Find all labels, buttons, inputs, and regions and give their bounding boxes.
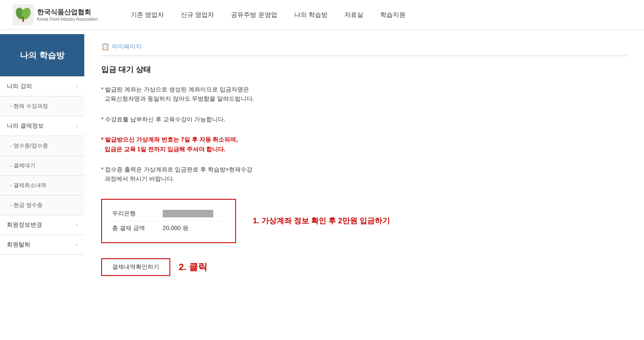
info-line-1: * 발급된 계좌는 가상으로 생성된 계좌이므로 입금자명은 교육신청자명과 동…	[101, 85, 627, 104]
chevron-icon-4: ›	[76, 242, 78, 248]
sidebar-menu: 나의 강의 › - 현재 수강과정 나의 결제정보 › - 영수증/접수증 - …	[0, 76, 84, 255]
svg-rect-3	[22, 17, 24, 22]
bank-account-number	[163, 210, 213, 217]
sidebar-item-receipt[interactable]: - 영수증/접수증	[0, 136, 84, 156]
sidebar-item-cash-receipt[interactable]: - 현금 영수증	[0, 195, 84, 215]
nav-item-my-study[interactable]: 나의 학습방	[294, 11, 327, 19]
info-line-4: * 접수증 출력은 가상계좌로 입금완료 후 학습방>현재수강 과정에서 하시기…	[101, 165, 627, 184]
main-nav: 기존 영업자 신규 영업자 공유주방 운영업 나의 학습방 자료실 학습지원	[131, 11, 405, 19]
logo-english: Korea Food Industry Association	[37, 17, 98, 21]
bank-box: 우리은행 총 결제 금액 20,000 원	[101, 199, 236, 243]
info-section: * 발급된 계좌는 가상으로 생성된 계좌이므로 입금자명은 교육신청자명과 동…	[101, 85, 627, 184]
sidebar-item-payment-info[interactable]: 나의 결제정보 ›	[0, 116, 84, 136]
total-value: 20,000 원	[163, 225, 188, 232]
bank-name-row: 우리은행	[112, 206, 225, 221]
sidebar-item-withdraw[interactable]: 회원탈퇴 ›	[0, 235, 84, 255]
breadcrumb: 📋 마이페이지	[101, 43, 627, 56]
breadcrumb-text: 마이페이지	[112, 43, 142, 51]
sidebar-item-payment-pending[interactable]: - 결제대기	[0, 156, 84, 176]
chevron-icon: ›	[76, 83, 78, 89]
sidebar-title: 나의 학습방	[0, 34, 84, 76]
chevron-icon-3: ›	[76, 222, 78, 228]
nav-item-new[interactable]: 신규 영업자	[181, 11, 214, 19]
sidebar-item-current-course[interactable]: - 현재 수강과정	[0, 96, 84, 116]
bank-info-row: 우리은행 총 결제 금액 20,000 원 1. 가상계좌 정보 확인 후 2만…	[101, 192, 627, 250]
info-line-2: * 수강료를 납부하신 후 교육수강이 가능합니다.	[101, 115, 627, 124]
nav-item-resources[interactable]: 자료실	[344, 11, 363, 19]
sidebar-item-payment-cancel[interactable]: - 결제취소내역	[0, 176, 84, 195]
nav-item-learning-support[interactable]: 학습지원	[380, 11, 405, 19]
bank-total-row: 총 결제 금액 20,000 원	[112, 221, 225, 236]
sidebar: 나의 학습방 나의 강의 › - 현재 수강과정 나의 결제정보 › - 영수증…	[0, 34, 84, 329]
side-note-label: 1. 가상계좌 정보 확인 후 2만원 입금하기	[253, 216, 390, 226]
confirm-payment-button[interactable]: 결제내역확인하기	[101, 258, 170, 276]
action-area: 결제내역확인하기 2. 클릭	[101, 258, 627, 276]
nav-item-existing[interactable]: 기존 영업자	[131, 11, 164, 19]
page-title: 입금 대기 상태	[101, 64, 627, 75]
logo-icon	[13, 4, 34, 25]
total-label: 총 결제 금액	[112, 225, 146, 232]
sidebar-item-my-lecture[interactable]: 나의 강의 ›	[0, 77, 84, 96]
content-area: 📋 마이페이지 입금 대기 상태 * 발급된 계좌는 가상으로 생성된 계좌이므…	[84, 34, 644, 329]
click-label: 2. 클릭	[179, 261, 207, 273]
chevron-icon-2: ›	[76, 123, 78, 129]
bank-label: 우리은행	[112, 210, 146, 217]
logo-area: 한국식품산업협회 Korea Food Industry Association	[13, 4, 105, 25]
logo-text: 한국식품산업협회 Korea Food Industry Association	[37, 8, 98, 21]
logo-korean: 한국식품산업협회	[37, 8, 98, 17]
main-layout: 나의 학습방 나의 강의 › - 현재 수강과정 나의 결제정보 › - 영수증…	[0, 34, 644, 329]
header: 한국식품산업협회 Korea Food Industry Association…	[0, 0, 644, 30]
nav-item-shared-kitchen[interactable]: 공유주방 운영업	[231, 11, 277, 19]
breadcrumb-icon: 📋	[101, 43, 110, 51]
info-line-3: * 발급받으신 가상계좌 번호는 7일 후 자동 취소되며, 입금은 교육 1일…	[101, 135, 627, 154]
sidebar-item-member-info[interactable]: 회원정보변경 ›	[0, 215, 84, 235]
